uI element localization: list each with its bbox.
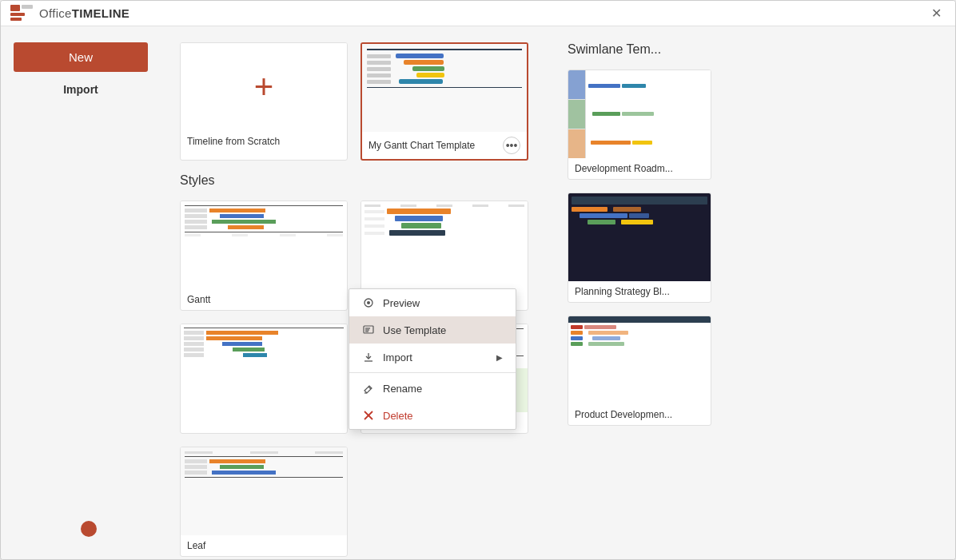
use-template-icon <box>362 324 375 336</box>
template-card-dev-roadmap[interactable]: Development Roadm... <box>568 70 711 180</box>
my-templates: + Timeline from Scratch <box>180 42 548 161</box>
context-menu-use-template[interactable]: Use Template <box>349 316 516 344</box>
menu-separator <box>349 372 516 373</box>
title-bar: OfficeTIMELINE ✕ <box>1 1 955 26</box>
product-dev-thumbnail <box>568 316 711 404</box>
dev-roadmap-label: Development Roadm... <box>568 158 711 179</box>
preview-icon <box>362 296 375 309</box>
sidebar: New Import <box>1 26 161 559</box>
logo-text: OfficeTIMELINE <box>39 6 129 20</box>
delete-icon <box>362 409 375 422</box>
template-card-wbs[interactable] <box>180 324 348 434</box>
styles-section-title: Styles <box>180 173 548 188</box>
svg-rect-3 <box>22 5 33 9</box>
template-card-product-dev[interactable]: Product Developmen... <box>568 316 711 426</box>
template-card-gantt[interactable]: Gantt <box>180 201 348 311</box>
template-card-planning[interactable]: Planning Strategy Bl... <box>568 193 711 303</box>
template-card-my-gantt[interactable]: My Gantt Chart Template ••• <box>360 42 528 161</box>
product-dev-label: Product Developmen... <box>568 404 711 425</box>
close-button[interactable]: ✕ <box>926 4 946 23</box>
template-card-leaf[interactable]: Leaf <box>180 447 348 557</box>
new-button[interactable]: New <box>14 42 148 72</box>
svg-rect-1 <box>10 13 25 16</box>
wbs-thumbnail <box>181 324 347 412</box>
content-area: + Timeline from Scratch <box>161 26 955 559</box>
context-menu-import[interactable]: Import ▶ <box>349 344 516 371</box>
import-icon <box>362 351 375 363</box>
svg-rect-0 <box>10 5 20 11</box>
app-window: OfficeTIMELINE ✕ New Import <box>0 0 956 560</box>
bottom-indicator <box>81 521 97 537</box>
swimlane-section-title: Swimlane Tem... <box>568 42 936 57</box>
leaf-label: Leaf <box>181 535 347 556</box>
swimlane-section: Swimlane Tem... <box>568 42 936 557</box>
submenu-arrow: ▶ <box>496 353 503 362</box>
template-card-scratch[interactable]: + Timeline from Scratch <box>180 42 348 161</box>
sections-wrapper: + Timeline from Scratch <box>180 42 936 557</box>
svg-point-5 <box>367 301 370 304</box>
context-menu-delete[interactable]: Delete <box>349 402 516 429</box>
logo-text-bold: TIMELINE <box>72 6 129 20</box>
leaf-thumbnail <box>181 447 347 535</box>
svg-rect-2 <box>10 18 22 21</box>
scratch-label: Timeline from Scratch <box>181 131 347 152</box>
planning-thumbnail <box>568 193 711 281</box>
import-button[interactable]: Import <box>14 78 148 101</box>
modern-thumbnail <box>361 201 528 289</box>
gantt-label: Gantt <box>181 289 347 310</box>
logo-text-regular: Office <box>39 6 72 20</box>
rename-icon <box>362 382 375 395</box>
wbs-label <box>181 412 347 422</box>
context-menu-rename[interactable]: Rename <box>349 375 516 402</box>
dev-roadmap-thumbnail <box>568 70 711 158</box>
logo-icon <box>10 5 33 22</box>
my-gantt-thumbnail <box>362 44 527 132</box>
scratch-thumbnail: + <box>181 43 347 131</box>
context-menu: Preview Use Template <box>349 288 516 430</box>
more-options-button[interactable]: ••• <box>503 137 520 154</box>
title-bar-left: OfficeTIMELINE <box>10 5 129 22</box>
my-gantt-label: My Gantt Chart Template ••• <box>362 132 527 159</box>
planning-label: Planning Strategy Bl... <box>568 281 711 302</box>
gantt-thumbnail <box>181 201 347 289</box>
my-templates-grid: + Timeline from Scratch <box>180 42 548 161</box>
plus-icon: + <box>254 70 274 104</box>
context-menu-preview[interactable]: Preview <box>349 289 516 316</box>
swimlane-grid: Development Roadm... <box>568 70 936 426</box>
